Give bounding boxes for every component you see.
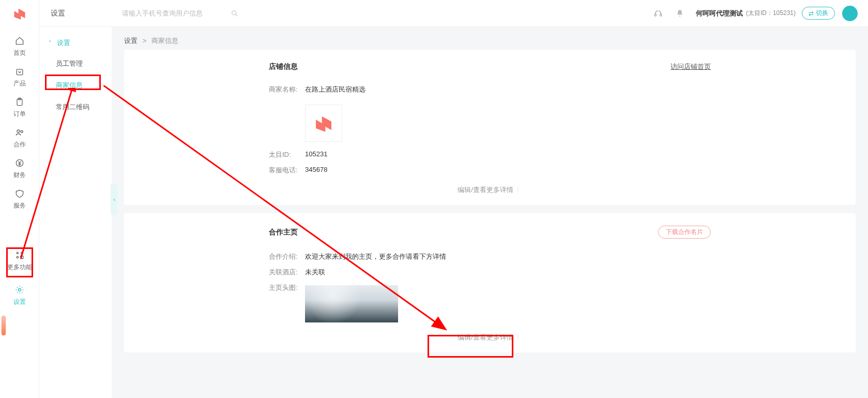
label-header-image: 主页头图: xyxy=(269,283,305,292)
search-icon[interactable] xyxy=(231,9,239,18)
edit-details-link[interactable]: 编辑/查看更多详情〉 xyxy=(269,178,711,201)
top-bar: 何呵呵代理测试 (太目ID：105231) ⇄切换 xyxy=(112,0,868,27)
svg-point-8 xyxy=(17,257,18,258)
rail-item-service[interactable]: 服务 xyxy=(4,184,35,214)
label-service-tel: 客服电话: xyxy=(269,166,305,175)
users-icon xyxy=(14,127,25,138)
rail-item-product[interactable]: 产品 xyxy=(4,62,35,92)
switch-button[interactable]: ⇄切换 xyxy=(802,7,835,20)
rail-label: 合作 xyxy=(13,140,26,149)
chevron-right-icon: 〉 xyxy=(516,333,522,342)
breadcrumb-root[interactable]: 设置 xyxy=(124,37,138,45)
left-rail: 首页 产品 订单 合作 财务 服务 更多功能 设置 xyxy=(0,0,39,398)
label-taimu-id: 太目ID: xyxy=(269,150,305,159)
rail-label: 产品 xyxy=(13,79,26,88)
value-service-tel: 345678 xyxy=(305,166,327,173)
svg-point-6 xyxy=(17,252,18,254)
yen-icon xyxy=(14,157,25,169)
rail-item-home[interactable]: 首页 xyxy=(4,31,35,62)
sidenav-item-merchant[interactable]: 商家信息 xyxy=(39,75,112,96)
search-input[interactable] xyxy=(122,9,225,17)
sidenav-item-qrcode[interactable]: 常用二维码 xyxy=(39,96,112,118)
content-scroll: 店铺信息 访问店铺首页 商家名称: 在路上酒店民宿精选 太目ID: 105231 xyxy=(112,50,868,373)
side-float-widget[interactable] xyxy=(1,315,6,336)
rail-item-partner[interactable]: 合作 xyxy=(4,123,35,153)
rail-label: 服务 xyxy=(13,201,26,210)
rail-item-order[interactable]: 订单 xyxy=(4,92,35,123)
bell-icon[interactable] xyxy=(674,8,686,19)
clipboard-icon xyxy=(14,96,25,108)
value-coop-intro: 欢迎大家来到我的主页，更多合作请看下方详情 xyxy=(305,252,446,261)
value-merchant-name: 在路上酒店民宿精选 xyxy=(305,85,366,94)
svg-point-7 xyxy=(21,252,22,254)
label-merchant-name: 商家名称: xyxy=(269,85,305,94)
rail-item-settings[interactable]: 设置 xyxy=(4,280,35,311)
sidenav-title: 设置 xyxy=(39,0,112,27)
svg-point-4 xyxy=(21,130,23,132)
header-image-thumb xyxy=(305,285,398,322)
sidenav-group: 设置 员工管理 商家信息 常用二维码 xyxy=(39,27,112,118)
visit-shop-link[interactable]: 访问店铺首页 xyxy=(671,62,711,71)
svg-point-11 xyxy=(232,10,236,14)
breadcrumb: 设置 > 商家信息 xyxy=(112,27,868,50)
headset-icon[interactable] xyxy=(652,8,664,19)
download-card-button[interactable]: 下载合作名片 xyxy=(658,226,711,239)
value-linked-hotel: 未关联 xyxy=(305,268,325,277)
main-area: 何呵呵代理测试 (太目ID：105231) ⇄切换 设置 > 商家信息 店铺信息… xyxy=(112,0,868,398)
rail-label: 财务 xyxy=(13,171,26,180)
user-name: 何呵呵代理测试 xyxy=(696,9,743,18)
avatar[interactable] xyxy=(842,6,858,21)
label-linked-hotel: 关联酒店: xyxy=(269,268,305,277)
chevron-right-icon: > xyxy=(143,37,147,45)
user-id: (太目ID：105231) xyxy=(746,9,796,18)
rail-label: 更多功能 xyxy=(7,263,32,272)
rail-label: 首页 xyxy=(13,49,26,57)
search-wrap xyxy=(122,9,239,18)
rail-item-finance[interactable]: 财务 xyxy=(4,153,35,184)
rail-item-more[interactable]: 更多功能 xyxy=(4,245,35,276)
grid-icon xyxy=(14,249,25,261)
rail-label: 设置 xyxy=(13,298,26,306)
sidenav-item-staff[interactable]: 员工管理 xyxy=(39,53,112,75)
swap-icon: ⇄ xyxy=(809,10,814,17)
sidenav-group-title[interactable]: 设置 xyxy=(39,33,112,53)
value-taimu-id: 105231 xyxy=(305,150,327,158)
edit-details-link-2[interactable]: 编辑/查看更多详情〉 xyxy=(269,326,711,348)
card-title: 店铺信息 xyxy=(269,62,298,71)
svg-point-3 xyxy=(17,130,20,132)
svg-rect-9 xyxy=(20,256,23,259)
merchant-logo xyxy=(305,105,342,142)
card-title: 合作主页 xyxy=(269,228,298,237)
heart-shield-icon xyxy=(14,188,25,199)
chevron-right-icon: 〉 xyxy=(516,185,522,195)
breadcrumb-current: 商家信息 xyxy=(151,37,178,45)
svg-point-10 xyxy=(18,289,21,291)
svg-rect-0 xyxy=(17,69,23,75)
brand-logo xyxy=(12,6,27,21)
card-shop-info: 店铺信息 访问店铺首页 商家名称: 在路上酒店民宿精选 太目ID: 105231 xyxy=(124,50,856,205)
side-nav: 设置 设置 员工管理 商家信息 常用二维码 ‹ xyxy=(39,0,112,398)
rail-label: 订单 xyxy=(13,110,26,119)
bag-icon xyxy=(14,66,25,77)
gear-icon xyxy=(14,284,25,296)
label-coop-intro: 合作介绍: xyxy=(269,252,305,261)
home-icon xyxy=(14,35,25,47)
card-coop-home: 合作主页 下载合作名片 合作介绍: 欢迎大家来到我的主页，更多合作请看下方详情 … xyxy=(124,213,856,352)
